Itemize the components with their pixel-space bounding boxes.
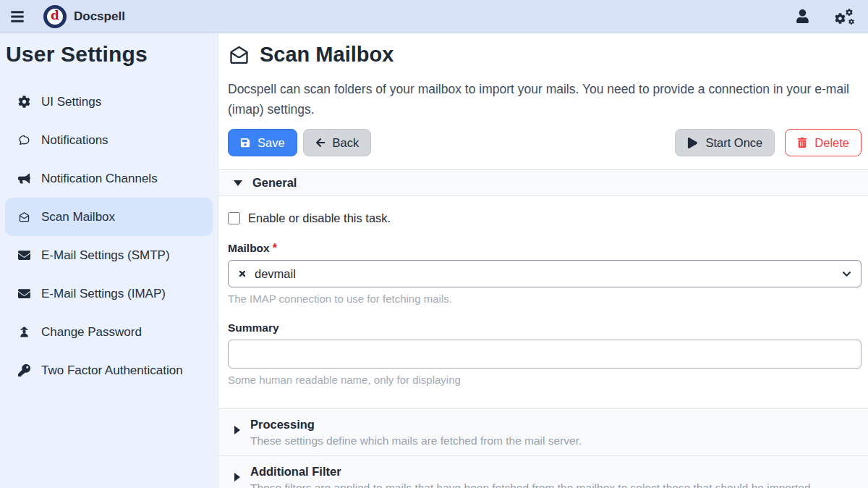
summary-hint: Some human readable name, only for displ…	[228, 374, 861, 386]
sidebar-item-ui-settings[interactable]: UI Settings	[0, 83, 218, 121]
sidebar-item-scan-mailbox[interactable]: Scan Mailbox	[5, 198, 213, 236]
logo-letter: d	[51, 9, 59, 22]
delete-button[interactable]: Delete	[785, 129, 861, 156]
sidebar-title: User Settings	[0, 33, 218, 67]
page-title-text: Scan Mailbox	[260, 43, 393, 67]
enable-task-checkbox[interactable]	[228, 212, 240, 224]
app-logo[interactable]: d Docspell	[43, 5, 125, 28]
envelope-icon	[17, 287, 30, 300]
sidebar-item-label: Scan Mailbox	[41, 210, 115, 224]
sidebar: User Settings UI Settings Notifications …	[0, 33, 218, 488]
sidebar-nav: UI Settings Notifications Notification C…	[0, 83, 218, 390]
caret-down-icon	[234, 180, 242, 186]
save-button[interactable]: Save	[228, 129, 297, 156]
topbar: d Docspell	[0, 0, 868, 33]
start-once-button[interactable]: Start Once	[675, 129, 775, 156]
section-processing-desc: These settings define which mails are fe…	[250, 434, 582, 447]
key-icon	[17, 364, 30, 377]
required-mark: *	[273, 242, 277, 254]
mailbox-selected-value: devmail	[255, 267, 834, 281]
envelope-open-icon	[17, 211, 30, 224]
sidebar-item-two-factor-authentication[interactable]: Two Factor Authentication	[0, 351, 218, 390]
cogs-icon[interactable]	[835, 9, 855, 25]
sidebar-item-label: E-Mail Settings (SMTP)	[41, 248, 170, 263]
page-description: Docspell can scan folders of your mailbo…	[228, 79, 854, 119]
enable-task-label: Enable or disable this task.	[248, 211, 391, 225]
section-general[interactable]: General	[218, 169, 868, 196]
section-additional-filter[interactable]: Additional Filter These filters are appl…	[218, 456, 868, 488]
section-additional-filter-desc: These filters are applied to mails that …	[250, 481, 814, 488]
back-button[interactable]: Back	[303, 129, 372, 156]
user-icon[interactable]	[796, 9, 809, 23]
mailbox-field: Mailbox* devmail The IMAP connection to …	[228, 242, 861, 305]
mailbox-hint: The IMAP connection to use for fetching …	[228, 293, 861, 305]
play-icon	[687, 138, 698, 148]
sidebar-item-notification-channels[interactable]: Notification Channels	[0, 159, 218, 198]
docspell-logo-icon: d	[43, 5, 67, 28]
chevron-down-icon[interactable]	[842, 269, 851, 279]
floppy-icon	[240, 138, 250, 148]
app-name: Docspell	[74, 9, 125, 24]
sidebar-item-label: Change Password	[41, 325, 142, 340]
user-secret-icon	[17, 326, 30, 339]
caret-right-icon	[234, 426, 240, 434]
sidebar-item-label: UI Settings	[41, 95, 101, 109]
menu-icon[interactable]	[10, 9, 25, 24]
sidebar-item-e-mail-settings-imap[interactable]: E-Mail Settings (IMAP)	[0, 274, 218, 313]
clear-selection-icon[interactable]	[238, 269, 247, 278]
toolbar: Save Back Start Once Delete	[228, 129, 861, 156]
collapsed-sections: Processing These settings define which m…	[218, 408, 868, 488]
summary-field: Summary Some human readable name, only f…	[228, 321, 861, 386]
envelope-open-icon	[228, 43, 250, 66]
section-processing-title: Processing	[250, 416, 582, 432]
sidebar-item-notifications[interactable]: Notifications	[0, 121, 218, 159]
enable-task-row: Enable or disable this task.	[228, 211, 859, 225]
section-additional-filter-title: Additional Filter	[250, 463, 814, 479]
sidebar-item-change-password[interactable]: Change Password	[0, 313, 218, 351]
sidebar-item-label: Two Factor Authentication	[41, 363, 183, 378]
summary-input[interactable]	[228, 340, 861, 369]
sidebar-item-label: E-Mail Settings (IMAP)	[41, 287, 166, 301]
cog-icon	[17, 96, 30, 109]
main-content: Scan Mailbox Docspell can scan folders o…	[218, 33, 868, 488]
mailbox-label: Mailbox	[228, 242, 270, 254]
section-general-title: General	[252, 176, 297, 190]
envelope-icon	[17, 249, 30, 262]
sidebar-item-label: Notification Channels	[41, 172, 158, 186]
mailbox-label-row: Mailbox*	[228, 242, 861, 255]
section-processing[interactable]: Processing These settings define which m…	[218, 409, 868, 456]
page-title: Scan Mailbox	[228, 43, 859, 67]
arrow-left-icon	[315, 138, 326, 148]
comment-icon	[17, 134, 30, 147]
trash-icon	[797, 138, 807, 148]
sidebar-item-e-mail-settings-smtp[interactable]: E-Mail Settings (SMTP)	[0, 236, 218, 274]
summary-label: Summary	[228, 321, 861, 335]
bullhorn-icon	[17, 172, 30, 185]
mailbox-dropdown[interactable]: devmail	[228, 260, 861, 287]
caret-right-icon	[234, 473, 240, 481]
sidebar-item-label: Notifications	[41, 133, 109, 148]
